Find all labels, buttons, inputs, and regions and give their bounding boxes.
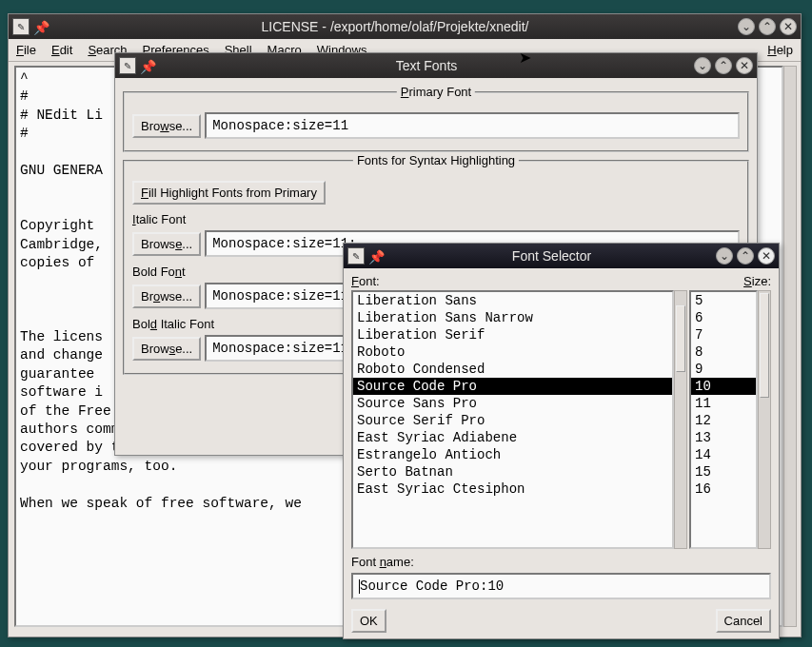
size-list-item[interactable]: 10	[691, 378, 756, 395]
size-list-item[interactable]: 16	[691, 480, 756, 498]
fill-highlight-fonts-button[interactable]: Fill Highlight Fonts from Primary	[132, 181, 326, 205]
font-selector-dialog: ✎ 📌 Font Selector ⌄ ⌃ ✕ Font: Liberation…	[343, 243, 780, 639]
size-list-item[interactable]: 11	[691, 395, 756, 412]
font-list-item[interactable]: Liberation Sans	[353, 292, 672, 309]
app-icon: ✎	[119, 57, 136, 74]
maximize-icon[interactable]: ⌃	[715, 57, 732, 74]
maximize-icon[interactable]: ⌃	[759, 18, 776, 35]
font-name-label: Font name:	[351, 555, 771, 569]
fonts-title: Text Fonts	[159, 58, 694, 73]
font-column-label: Font:	[351, 274, 687, 288]
primary-browse-button[interactable]: Browse...	[132, 114, 201, 138]
font-list-item[interactable]: Estrangelo Antioch	[353, 446, 672, 463]
font-list-item[interactable]: Roboto	[353, 343, 672, 361]
size-list-item[interactable]: 5	[691, 292, 756, 309]
bolditalic-browse-button[interactable]: Browse...	[132, 337, 201, 361]
minimize-icon[interactable]: ⌄	[738, 18, 755, 35]
menu-edit[interactable]: Edit	[44, 39, 80, 61]
size-list-item[interactable]: 13	[691, 429, 756, 446]
menu-help[interactable]: Help	[760, 39, 801, 61]
font-list-item[interactable]: East Syriac Adiabene	[353, 429, 672, 446]
bold-browse-button[interactable]: Browse...	[132, 284, 201, 308]
syntax-fonts-label: Fonts for Syntax Highlighting	[353, 153, 519, 167]
font-list-item[interactable]: Liberation Sans Narrow	[353, 309, 672, 326]
close-icon[interactable]: ✕	[736, 57, 753, 74]
selector-titlebar[interactable]: ✎ 📌 Font Selector ⌄ ⌃ ✕	[344, 244, 779, 268]
font-listbox[interactable]: Liberation SansLiberation Sans NarrowLib…	[351, 290, 674, 549]
size-list-item[interactable]: 9	[691, 361, 756, 378]
size-list-item[interactable]: 6	[691, 309, 756, 326]
size-column-label: Size:	[689, 274, 771, 288]
primary-font-group: Primary Font Browse...	[123, 91, 749, 152]
size-list-item[interactable]: 8	[691, 343, 756, 361]
menu-file[interactable]: File	[9, 39, 44, 61]
maximize-icon[interactable]: ⌃	[737, 247, 754, 265]
font-list-item[interactable]: Liberation Serif	[353, 326, 672, 343]
main-title: LICENSE - /export/home/olaf/Projekte/xne…	[52, 19, 738, 34]
size-listbox[interactable]: 5678910111213141516	[689, 290, 758, 549]
selector-cancel-button[interactable]: Cancel	[716, 609, 771, 633]
font-list-item[interactable]: Roboto Condensed	[353, 361, 672, 378]
size-list-item[interactable]: 7	[691, 326, 756, 343]
pin-icon[interactable]: 📌	[140, 59, 153, 72]
minimize-icon[interactable]: ⌄	[716, 247, 733, 265]
main-scrollbar[interactable]	[783, 66, 797, 627]
minimize-icon[interactable]: ⌄	[694, 57, 711, 74]
app-icon: ✎	[12, 18, 30, 35]
font-name-input[interactable]: Source Code Pro:10	[351, 573, 771, 599]
size-list-item[interactable]: 14	[691, 446, 756, 463]
size-list-scrollbar[interactable]	[758, 290, 771, 549]
font-list-item[interactable]: Source Serif Pro	[353, 412, 672, 429]
font-list-item[interactable]: East Syriac Ctesiphon	[353, 480, 672, 498]
selector-title: Font Selector	[387, 248, 716, 264]
italic-browse-button[interactable]: Browse...	[132, 232, 201, 256]
primary-font-label: Primary Font	[397, 85, 475, 99]
app-icon: ✎	[347, 247, 365, 265]
primary-font-input[interactable]	[205, 112, 740, 139]
font-list-item[interactable]: Source Sans Pro	[353, 395, 672, 412]
pin-icon[interactable]: 📌	[368, 249, 382, 263]
font-list-item[interactable]: Serto Batnan	[353, 463, 672, 480]
selector-ok-button[interactable]: OK	[351, 609, 386, 633]
italic-font-label: Italic Font	[132, 212, 740, 226]
size-list-item[interactable]: 12	[691, 412, 756, 429]
close-icon[interactable]: ✕	[758, 247, 775, 265]
font-list-item[interactable]: Source Code Pro	[353, 378, 672, 395]
main-titlebar[interactable]: ✎ 📌 LICENSE - /export/home/olaf/Projekte…	[9, 14, 801, 39]
font-list-scrollbar[interactable]	[674, 290, 687, 549]
fonts-titlebar[interactable]: ✎ 📌 Text Fonts ⌄ ⌃ ✕	[115, 53, 757, 78]
pin-icon[interactable]: 📌	[33, 20, 47, 33]
size-list-item[interactable]: 15	[691, 463, 756, 480]
close-icon[interactable]: ✕	[780, 18, 797, 35]
